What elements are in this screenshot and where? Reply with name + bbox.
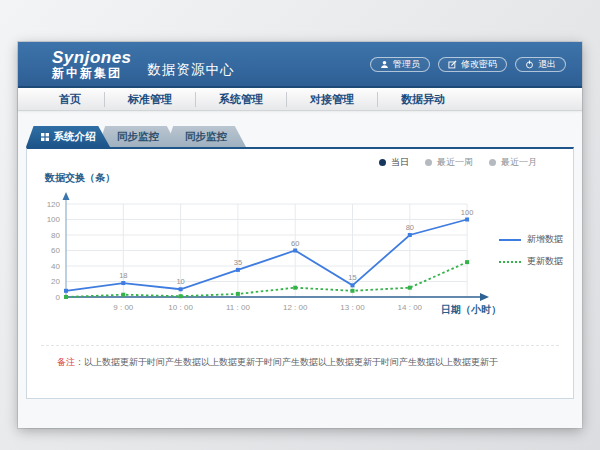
- tab-label: 系统介绍: [54, 130, 96, 144]
- power-icon: [525, 60, 534, 69]
- filter-option-last-month[interactable]: 最近一月: [489, 156, 537, 169]
- svg-text:15: 15: [348, 273, 356, 282]
- user-actions: 管理员 修改密码 退出: [370, 57, 566, 72]
- svg-text:14 : 00: 14 : 00: [398, 303, 423, 312]
- filter-label: 当日: [391, 156, 409, 169]
- footnote-label: 备注: [57, 357, 75, 367]
- legend-item-updated-data[interactable]: 更新数据: [499, 255, 563, 268]
- svg-text:100: 100: [461, 208, 474, 217]
- nav-item-system-mgmt[interactable]: 系统管理: [196, 92, 287, 107]
- tab-bar: 系统介绍 同步监控 同步监控: [26, 126, 582, 147]
- footnote-text: ：以上数据更新于时间产生数据以上数据更新于时间产生数据以上数据更新于时间产生数据…: [75, 357, 498, 367]
- main-navigation: 首页 标准管理 系统管理 对接管理 数据异动: [18, 88, 582, 111]
- svg-text:80: 80: [406, 223, 414, 232]
- radio-dot-icon: [379, 159, 386, 166]
- nav-item-home[interactable]: 首页: [36, 92, 105, 107]
- logout-label: 退出: [538, 58, 556, 71]
- chart-legend: 新增数据 更新数据: [499, 233, 563, 277]
- logo-text-cn: 新中新集团: [52, 67, 132, 80]
- legend-item-new-data[interactable]: 新增数据: [499, 233, 563, 246]
- chart-y-axis-title: 数据交换（条）: [45, 171, 115, 185]
- header-bar: Synjones 新中新集团 数据资源中心 管理员 修改密码: [18, 42, 582, 88]
- legend-label: 新增数据: [527, 233, 563, 246]
- radio-dot-icon: [425, 159, 432, 166]
- tab-label: 同步监控: [185, 130, 227, 144]
- filter-option-today[interactable]: 当日: [379, 156, 409, 169]
- svg-text:60: 60: [291, 239, 299, 248]
- change-password-label: 修改密码: [461, 58, 497, 71]
- nav-item-data-change[interactable]: 数据异动: [378, 92, 468, 107]
- svg-text:20: 20: [51, 277, 60, 286]
- svg-text:0: 0: [56, 293, 61, 302]
- svg-text:9 : 00: 9 : 00: [113, 303, 134, 312]
- chart-panel: 当日 最近一周 最近一月 数据交换（条） 0204060801001209 : …: [26, 147, 574, 399]
- nav-item-interface-mgmt[interactable]: 对接管理: [287, 92, 378, 107]
- footnote: 备注：以上数据更新于时间产生数据以上数据更新于时间产生数据以上数据更新于时间产生…: [57, 356, 561, 369]
- admin-user-label: 管理员: [393, 58, 420, 71]
- svg-text:35: 35: [234, 258, 242, 267]
- tab-label: 同步监控: [117, 130, 159, 144]
- legend-label: 更新数据: [527, 255, 563, 268]
- filter-option-last-week[interactable]: 最近一周: [425, 156, 473, 169]
- page-title: 数据资源中心: [148, 61, 235, 79]
- brand-logo: Synjones 新中新集团: [52, 49, 132, 79]
- svg-text:11 : 00: 11 : 00: [226, 303, 250, 312]
- svg-text:18: 18: [119, 271, 127, 280]
- tab-sync-monitor-2[interactable]: 同步监控: [166, 126, 246, 147]
- filter-label: 最近一月: [501, 156, 537, 169]
- edit-icon: [448, 60, 457, 69]
- nav-item-standard-mgmt[interactable]: 标准管理: [105, 92, 196, 107]
- change-password-button[interactable]: 修改密码: [438, 57, 507, 72]
- svg-text:100: 100: [47, 215, 61, 224]
- svg-text:日期（小时）: 日期（小时）: [441, 304, 501, 315]
- filter-label: 最近一周: [437, 156, 473, 169]
- logout-button[interactable]: 退出: [515, 57, 566, 72]
- legend-line-blue-icon: [499, 239, 521, 241]
- grid-icon: [41, 133, 49, 141]
- logo-text-en: Synjones: [52, 49, 132, 67]
- tab-system-intro[interactable]: 系统介绍: [26, 126, 110, 147]
- line-chart: 0204060801001209 : 0010 : 0011 : 0012 : …: [41, 187, 519, 329]
- tab-sync-monitor-1[interactable]: 同步监控: [98, 126, 178, 147]
- svg-text:13 : 00: 13 : 00: [340, 303, 365, 312]
- admin-user-button[interactable]: 管理员: [370, 57, 430, 72]
- note-divider: [41, 345, 559, 346]
- user-icon: [380, 60, 389, 69]
- app-window: Synjones 新中新集团 数据资源中心 管理员 修改密码: [18, 42, 582, 428]
- radio-dot-icon: [489, 159, 496, 166]
- svg-text:120: 120: [47, 200, 61, 209]
- svg-text:10 : 00: 10 : 00: [168, 303, 193, 312]
- svg-text:10: 10: [176, 277, 184, 286]
- svg-text:80: 80: [51, 231, 60, 240]
- time-range-filter: 当日 最近一周 最近一月: [379, 156, 537, 169]
- svg-text:60: 60: [51, 246, 60, 255]
- desktop-background: Synjones 新中新集团 数据资源中心 管理员 修改密码: [0, 0, 600, 450]
- svg-text:12 : 00: 12 : 00: [283, 303, 308, 312]
- legend-line-green-icon: [499, 261, 521, 263]
- svg-text:40: 40: [51, 262, 60, 271]
